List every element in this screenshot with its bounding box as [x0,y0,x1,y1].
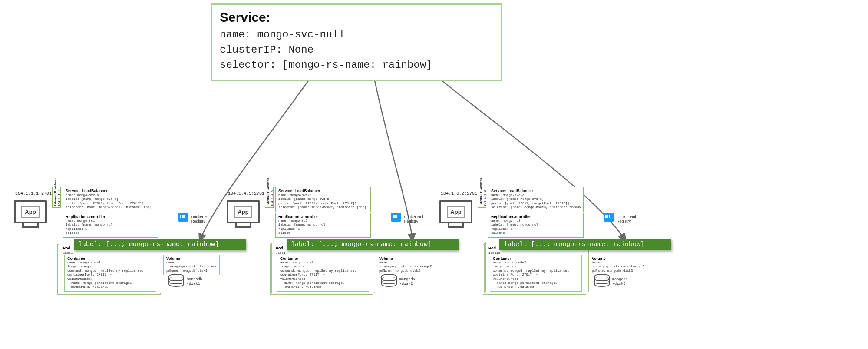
volume-body: name: → mongo-persistent-storage2 pdName… [379,261,429,273]
service-loadbalancer-box: Service: LoadBalancer name: mongo-svc-b … [275,187,371,212]
external-ip-box-value: 104.1.6.2 [483,190,487,206]
pod-title: Pod [63,246,70,250]
disk-icon [381,274,400,291]
rc-title: ReplicationController [278,215,368,219]
external-ip-box: External IP Address 104.1.1.1 [52,187,61,208]
container-title: Container [280,256,366,261]
container-body: name: mongo-node3 image: mongo command: … [493,261,579,289]
external-ip-box-label: External IP Address [479,178,482,206]
replication-controller-box: ReplicationController name: mongo-rc3 la… [488,213,584,238]
replication-controller-box: ReplicationController name: mongo-rc1 la… [63,213,158,238]
container-body: name: mongo-node1 image: mongo command: … [67,261,153,289]
docker-icon [391,213,401,222]
container-title: Container [493,256,579,261]
service-lb-title: Service: LoadBalancer [491,189,581,193]
pod-title: Pod [488,246,496,250]
docker-hub-label: Docker Hub Registry [191,215,226,223]
volume-body: name: → mongo-persistent-storage1 pdName… [166,261,217,273]
pod-label-highlight: label: [...; mongo-rs-name: rainbow] [287,239,459,250]
app-monitor-icon: App [14,200,47,230]
app-monitor-icon: App [227,200,260,230]
rc-body: name: mongo-rc1 labels: [name: mongo-rc]… [66,219,155,236]
rc-body: name: mongo-rc3 labels: [name: mongo-rc]… [491,219,581,236]
volume-title: Volume [166,256,217,261]
service-loadbalancer-box: Service: LoadBalancer name: mongo-svc-c … [488,187,584,212]
service-title: Service: [220,10,493,25]
docker-hub-label: Docker Hub Registry [404,215,439,223]
service-lb-title: Service: LoadBalancer [66,189,155,193]
service-loadbalancer-box: Service: LoadBalancer name: mongo-svc-a … [63,187,158,212]
service-selector-line: selector: [mongo-rs-name: rainbow] [220,58,493,73]
container-title: Container [67,256,153,261]
external-ip-text: 104.1.1.1:27017 [15,191,54,196]
external-ip-box: External IP Address 104.1.6.2 [478,187,486,208]
disk-label: mongodb -disk3 [612,277,628,286]
container-box: Container name: mongo-node1 image: mongo… [64,255,156,292]
volume-box: Volume name: → mongo-persistent-storage2… [376,255,432,275]
diagram-canvas: Service: name: mongo-svc-null clusterIP:… [0,0,868,349]
external-ip-box-value: 104.1.4.5 [271,190,274,206]
pod-label-highlight: label: [...; mongo-rs-name: rainbow] [499,239,671,250]
service-lb-body: name: mongo-svc-a labels: [name: mongo-s… [66,193,155,210]
rc-body: name: mongo-rc2 labels: [name: mongo-rc]… [278,219,368,236]
rc-title: ReplicationController [491,215,581,219]
external-ip-box: External IP Address 104.1.4.5 [265,187,274,208]
app-label: App [234,206,252,218]
headless-service-box: Service: name: mongo-svc-null clusterIP:… [211,3,502,81]
pod-title: Pod [276,246,283,250]
volume-title: Volume [379,256,429,261]
volume-title: Volume [592,256,642,261]
container-box: Container name: mongo-node3 image: mongo… [490,255,582,292]
app-label: App [21,206,39,218]
disk-icon [594,274,613,291]
external-ip-text: 104.1.4.5:27017 [228,191,267,196]
external-ip-box-label: External IP Address [54,178,57,206]
docker-icon [178,213,188,222]
disk-label: mongodb -disk2 [399,277,415,286]
app-label: App [447,206,465,218]
container-box: Container name: mongo-node2 image: mongo… [277,255,369,292]
service-clusterip-line: clusterIP: None [220,43,493,58]
app-monitor-icon: App [439,200,472,230]
replication-controller-box: ReplicationController name: mongo-rc2 la… [275,213,371,238]
external-ip-box-value: 104.1.1.1 [58,190,61,206]
service-lb-title: Service: LoadBalancer [278,189,368,193]
service-name-line: name: mongo-svc-null [220,27,493,43]
service-lb-body: name: mongo-svc-b labels: [name: mongo-s… [278,193,368,210]
container-body: name: mongo-node2 image: mongo command: … [280,261,366,289]
disk-icon [168,274,188,291]
disk-label: mongodb -disk1 [187,277,202,286]
service-lb-body: name: mongo-svc-c labels: [name: mongo-s… [491,193,581,210]
docker-hub-label: Docker Hub Registry [617,215,651,223]
pod-label-highlight: label: [...; mongo-rs-name: rainbow] [74,239,246,250]
external-ip-box-label: External IP Address [267,178,270,206]
volume-body: name: → mongo-persistent-storage3 pdName… [592,261,642,273]
external-ip-text: 104.1.6.2:27017 [441,191,480,196]
docker-icon [604,213,614,222]
volume-box: Volume name: → mongo-persistent-storage3… [589,255,645,275]
volume-box: Volume name: → mongo-persistent-storage1… [163,255,220,275]
rc-title: ReplicationController [66,215,155,219]
